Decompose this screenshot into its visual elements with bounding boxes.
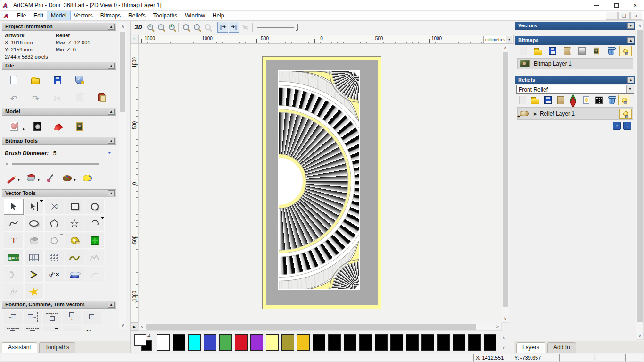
center-in-page-icon[interactable] — [83, 311, 101, 324]
colour-swatch[interactable] — [328, 334, 341, 351]
drawing-viewport[interactable] — [138, 44, 502, 323]
align-top-icon[interactable]: ↑ — [43, 311, 61, 324]
vectors-header[interactable]: Vectors ▼ — [515, 22, 635, 30]
zoom-in-icon[interactable]: + — [145, 22, 156, 33]
cross-section-tool[interactable] — [4, 284, 24, 300]
vector-tools-header[interactable]: Vector Tools ▲ — [2, 189, 116, 197]
colour-swatch[interactable] — [313, 334, 325, 351]
flyout-arrow-icon[interactable] — [38, 178, 40, 181]
create-polygon-tool[interactable] — [44, 216, 64, 232]
restore-button[interactable] — [608, 0, 624, 10]
block-copy-tool[interactable] — [44, 250, 64, 266]
copy-icon[interactable] — [71, 90, 87, 104]
merge-bitmap-layers-icon[interactable] — [561, 46, 573, 56]
collapse-icon[interactable]: ▲ — [108, 190, 115, 196]
colour-swatch[interactable] — [219, 334, 232, 351]
menu-vectors[interactable]: Vectors — [70, 11, 97, 20]
merge-relief-layers-icon[interactable] — [554, 95, 567, 105]
align-bottom-icon[interactable]: ↓ — [63, 311, 81, 324]
zoom-previous-icon[interactable]: ↩ — [166, 22, 177, 33]
menu-model[interactable]: Model — [47, 11, 70, 20]
measure-tool[interactable] — [65, 233, 84, 249]
tab-toolpaths[interactable]: Toolpaths — [39, 342, 75, 353]
open-model-icon[interactable] — [27, 73, 43, 87]
canvas-horizontal-scrollbar[interactable]: < > — [138, 323, 502, 331]
units-dropdown[interactable]: millimetres▼ — [483, 36, 512, 43]
scroll-up-icon[interactable]: ∧ — [636, 22, 643, 29]
flood-fill-local-icon[interactable] — [81, 171, 93, 185]
colour-picker-icon[interactable] — [45, 170, 57, 185]
collapse-icon[interactable]: ▲ — [627, 37, 634, 43]
move-layer-down-button[interactable]: ↓ — [623, 122, 631, 130]
colour-swatch[interactable] — [406, 334, 419, 351]
new-bitmap-layer-icon[interactable] — [517, 46, 529, 56]
node-editing-tool[interactable] — [24, 199, 44, 215]
redo-icon[interactable]: ↷ — [27, 92, 43, 106]
bitmap-layer-row[interactable]: Bitmap Layer 1 — [517, 58, 633, 69]
colour-swatch[interactable] — [390, 334, 403, 351]
project-information-header[interactable]: Project Information ▲ — [2, 23, 116, 31]
flyout-arrow-icon[interactable] — [74, 178, 76, 181]
collapse-icon[interactable]: ▲ — [627, 77, 634, 83]
colour-swatch[interactable] — [266, 334, 279, 351]
menu-bitmaps[interactable]: Bitmaps — [97, 11, 124, 20]
model-section-header[interactable]: Model ▲ — [2, 108, 116, 116]
slider-handle[interactable] — [8, 161, 12, 168]
scroll-down-icon[interactable]: ∨ — [636, 332, 643, 339]
layers-panel-scrollbar[interactable]: ∧ ∨ — [636, 22, 644, 340]
line-width-slider[interactable] — [257, 27, 294, 28]
canvas-vertical-scrollbar[interactable]: ∧ ∨ — [502, 44, 509, 323]
palette-icon[interactable] — [61, 170, 73, 185]
palette-scroll-down-icon[interactable]: ∨ — [502, 345, 505, 350]
paint-brush-icon[interactable] — [5, 173, 17, 187]
colour-swatch[interactable] — [173, 334, 185, 351]
colour-swatch[interactable] — [437, 334, 450, 351]
mdi-restore-button[interactable]: ❏ — [618, 12, 630, 20]
scroll-right-icon[interactable]: > — [494, 323, 501, 330]
new-model-icon[interactable] — [6, 73, 22, 87]
chevron-down-icon[interactable]: ▼ — [626, 85, 634, 93]
new-relief-layer-icon[interactable] — [516, 95, 528, 105]
envelope-distortion-tool[interactable] — [24, 250, 44, 266]
minimize-button[interactable] — [588, 0, 604, 10]
tab-add-in[interactable]: Add In — [547, 342, 576, 353]
mdi-close-button[interactable]: × — [630, 12, 642, 20]
chevron-down-icon[interactable]: ▼ — [506, 36, 512, 43]
scroll-down-icon[interactable]: ∨ — [502, 315, 509, 322]
offset-vector-tool[interactable] — [24, 267, 44, 283]
colour-swatch[interactable] — [235, 334, 248, 351]
undo-icon[interactable]: ↶ — [6, 92, 22, 106]
flood-fill-icon[interactable] — [25, 170, 37, 185]
zoom-fit-icon[interactable]: □ — [191, 22, 202, 33]
open-relief-layer-icon[interactable] — [529, 95, 541, 105]
snap-left-icon[interactable] — [217, 22, 228, 33]
fade-bitmap-icon[interactable] — [576, 46, 588, 56]
adjust-model-icon[interactable] — [29, 119, 45, 133]
text-in-a-box-tool[interactable]: ▣ABC — [4, 250, 24, 266]
model-options-icon[interactable] — [71, 73, 87, 87]
colour-swatch[interactable] — [344, 334, 356, 351]
move-layer-up-button[interactable]: ↑ — [613, 122, 621, 130]
slider-handle-icon[interactable] — [295, 23, 299, 32]
combine-reliefs-icon[interactable] — [567, 95, 579, 105]
open-bitmap-layer-icon[interactable] — [532, 46, 544, 56]
reliefs-header[interactable]: Reliefs ▲ — [515, 76, 635, 84]
colour-swatch[interactable] — [453, 334, 465, 351]
bitmaps-header[interactable]: Bitmaps ▲ — [515, 36, 635, 45]
colour-swatch[interactable] — [484, 334, 496, 351]
align-left-icon[interactable]: ← — [4, 311, 22, 324]
delete-bitmap-layer-icon[interactable] — [605, 46, 617, 56]
swap-colours-icon[interactable]: ⇄ — [147, 333, 151, 338]
paste-replace-tool[interactable] — [85, 233, 105, 249]
close-button[interactable]: × — [627, 0, 643, 10]
colour-swatch[interactable] — [204, 334, 216, 351]
tab-layers[interactable]: Layers — [516, 342, 545, 353]
vector-doctor-tool[interactable] — [85, 250, 105, 266]
create-star-tool[interactable] — [65, 216, 84, 232]
scrollbar-thumb[interactable] — [146, 324, 476, 330]
relief-visibility-icon[interactable] — [618, 95, 630, 105]
menu-window[interactable]: Window — [181, 11, 209, 20]
delete-relief-layer-icon[interactable] — [605, 95, 618, 105]
relief-selector[interactable]: Front Relief ▼ — [516, 85, 634, 94]
scrollbar-thumb[interactable] — [120, 32, 125, 112]
